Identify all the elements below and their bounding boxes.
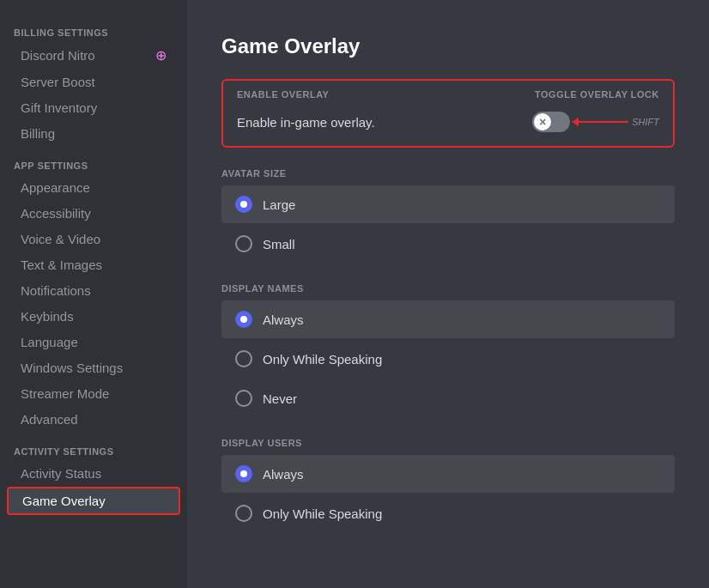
overlay-box-header: ENABLE OVERLAY TOGGLE OVERLAY LOCK [223,81,673,105]
sidebar-item-label: Notifications [21,283,91,298]
overlay-box-content: Enable in-game overlay. SHIFT [223,105,673,146]
radio-option-du-always[interactable]: Always [221,455,675,493]
radio-option-du-speaking[interactable]: Only While Speaking [221,494,675,532]
overlay-description: Enable in-game overlay. [237,115,375,130]
sidebar-item-accessibility[interactable]: Accessibility [7,201,180,226]
sidebar-item-billing[interactable]: Billing [7,121,180,146]
sidebar-item-discord-nitro[interactable]: Discord Nitro ⊕ [7,42,180,69]
sidebar-item-voice-video[interactable]: Voice & Video [7,227,180,252]
sidebar-item-label: Activity Status [21,466,101,481]
radio-option-dn-always[interactable]: Always [221,300,675,338]
radio-option-dn-speaking[interactable]: Only While Speaking [221,340,675,378]
radio-btn-dn-always [235,311,252,328]
radio-label-large: Large [263,197,295,212]
sidebar-item-text-images[interactable]: Text & Images [7,252,180,277]
radio-btn-dn-never [235,390,252,407]
enable-overlay-label: ENABLE OVERLAY [237,89,329,100]
radio-btn-large [235,196,252,213]
sidebar-item-appearance[interactable]: Appearance [7,175,180,200]
radio-btn-small [235,235,252,252]
display-names-label: DISPLAY NAMES [221,283,675,294]
main-content: Game Overlay ENABLE OVERLAY TOGGLE OVERL… [187,0,709,588]
radio-btn-du-speaking [235,505,252,522]
display-users-section: DISPLAY USERS Always Only While Speaking [221,438,675,532]
sidebar-item-label: Gift Inventory [21,100,97,115]
arrow-line [577,121,628,123]
sidebar-item-game-overlay[interactable]: Game Overlay [7,487,180,515]
sidebar-item-label: Streamer Mode [21,386,109,401]
radio-label-small: Small [263,237,295,252]
radio-option-dn-never[interactable]: Never [221,379,675,417]
sidebar: BILLING SETTINGS Discord Nitro ⊕ Server … [0,0,187,588]
nitro-icon: ⊕ [155,47,167,64]
toggle-overlay-lock-label: TOGGLE OVERLAY LOCK [535,89,659,100]
radio-label-dn-never: Never [263,391,297,406]
shift-hint: SHIFT [632,117,659,127]
radio-option-small[interactable]: Small [221,225,675,263]
billing-section-label: BILLING SETTINGS [0,14,187,41]
sidebar-item-label: Discord Nitro [21,48,95,63]
sidebar-item-label: Appearance [21,180,90,195]
sidebar-item-label: Game Overlay [22,494,106,508]
sidebar-item-label: Voice & Video [21,232,100,246]
sidebar-item-notifications[interactable]: Notifications [7,278,180,303]
enable-overlay-toggle[interactable] [532,112,570,132]
enable-overlay-box: ENABLE OVERLAY TOGGLE OVERLAY LOCK Enabl… [221,79,675,148]
toggle-area: SHIFT [532,112,659,132]
sidebar-item-label: Accessibility [21,206,91,221]
sidebar-item-windows-settings[interactable]: Windows Settings [7,355,180,380]
arrow-hint: SHIFT [577,117,659,127]
avatar-size-section: AVATAR SIZE Large Small [221,168,675,263]
sidebar-item-advanced[interactable]: Advanced [7,407,180,432]
display-users-label: DISPLAY USERS [221,438,675,448]
radio-option-large[interactable]: Large [221,185,675,223]
toggle-knob [534,113,551,130]
radio-btn-dn-speaking [235,350,252,367]
sidebar-item-label: Language [21,335,78,349]
sidebar-item-label: Server Boost [21,75,95,89]
page-title: Game Overlay [221,34,675,58]
sidebar-item-activity-status[interactable]: Activity Status [7,461,180,486]
sidebar-item-label: Windows Settings [21,361,123,375]
sidebar-item-gift-inventory[interactable]: Gift Inventory [7,95,180,120]
radio-btn-du-always [235,465,252,482]
radio-label-du-speaking: Only While Speaking [263,506,382,521]
radio-label-dn-speaking: Only While Speaking [263,352,382,367]
radio-label-dn-always: Always [263,312,304,327]
avatar-size-label: AVATAR SIZE [221,168,675,179]
sidebar-item-label: Advanced [21,412,78,427]
sidebar-item-server-boost[interactable]: Server Boost [7,70,180,94]
sidebar-item-label: Text & Images [21,258,102,272]
sidebar-item-keybinds[interactable]: Keybinds [7,304,180,329]
sidebar-item-label: Billing [21,126,55,141]
sidebar-item-language[interactable]: Language [7,330,180,355]
activity-section-label: ACTIVITY SETTINGS [0,433,187,460]
sidebar-item-label: Keybinds [21,309,74,324]
display-names-section: DISPLAY NAMES Always Only While Speaking… [221,283,675,417]
sidebar-item-streamer-mode[interactable]: Streamer Mode [7,381,180,406]
radio-label-du-always: Always [263,467,304,482]
app-section-label: APP SETTINGS [0,147,187,174]
